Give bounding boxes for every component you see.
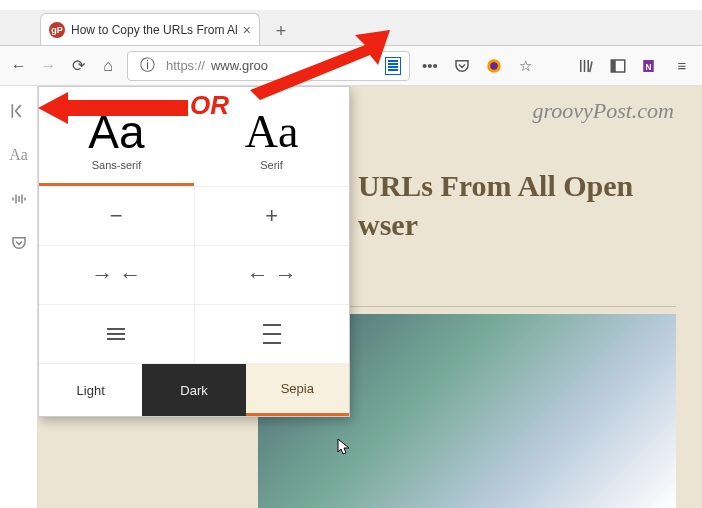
home-button[interactable]: ⌂ — [97, 52, 119, 80]
theme-sepia-button[interactable]: Sepia — [246, 364, 349, 416]
svg-marker-7 — [250, 30, 390, 100]
type-controls-button[interactable]: Aa — [6, 142, 32, 168]
annotation-arrow-left — [38, 88, 188, 128]
firefox-account-icon[interactable] — [482, 54, 506, 78]
library-icon[interactable] — [574, 54, 598, 78]
line-height-decrease-button[interactable] — [39, 305, 195, 363]
reload-button[interactable]: ⟳ — [67, 52, 89, 80]
font-size-increase-button[interactable]: + — [195, 187, 350, 245]
content-width-decrease-button[interactable]: → ← — [39, 246, 195, 304]
favicon: gP — [49, 22, 65, 38]
site-brand: groovyPost.com — [532, 98, 674, 124]
reader-sidebar: Aa — [0, 86, 38, 508]
tab-title: How to Copy the URLs From Al — [71, 23, 237, 37]
theme-dark-button[interactable]: Dark — [142, 364, 245, 416]
article-headline: URLs From All Open wser — [358, 166, 633, 244]
font-size-decrease-button[interactable]: − — [39, 187, 195, 245]
site-info-icon[interactable]: ⓘ — [136, 54, 160, 78]
pocket-icon[interactable] — [450, 54, 474, 78]
save-pocket-button[interactable] — [6, 230, 32, 256]
sidebar-toggle-icon[interactable] — [606, 54, 630, 78]
close-reader-button[interactable] — [6, 98, 32, 124]
content-width-increase-button[interactable]: ← → — [195, 246, 350, 304]
forward-button[interactable]: → — [38, 52, 60, 80]
cursor-icon — [337, 438, 353, 459]
browser-tab[interactable]: gP How to Copy the URLs From Al × — [40, 13, 260, 45]
line-height-increase-button[interactable] — [195, 305, 350, 363]
font-label: Serif — [194, 159, 349, 171]
narrate-button[interactable] — [6, 186, 32, 212]
annotation-or-label: OR — [190, 90, 229, 121]
svg-text:N: N — [645, 62, 651, 71]
type-controls-popover: Aa Sans-serif Aa Serif − + → ← ← → — [38, 86, 350, 417]
svg-point-1 — [490, 62, 498, 70]
theme-light-button[interactable]: Light — [39, 364, 142, 416]
bookmark-star-icon[interactable]: ☆ — [514, 54, 538, 78]
back-button[interactable]: ← — [8, 52, 30, 80]
font-label: Sans-serif — [39, 159, 194, 171]
page-actions-button[interactable]: ••• — [418, 54, 442, 78]
url-prefix: https:// — [166, 58, 205, 73]
svg-rect-3 — [611, 60, 616, 72]
app-menu-button[interactable]: ≡ — [670, 54, 694, 78]
annotation-arrow-right — [240, 30, 390, 100]
svg-marker-6 — [38, 92, 188, 124]
article-page: groovyPost.com URLs From All Open wser A… — [38, 86, 702, 508]
onenote-icon[interactable]: N — [638, 54, 662, 78]
